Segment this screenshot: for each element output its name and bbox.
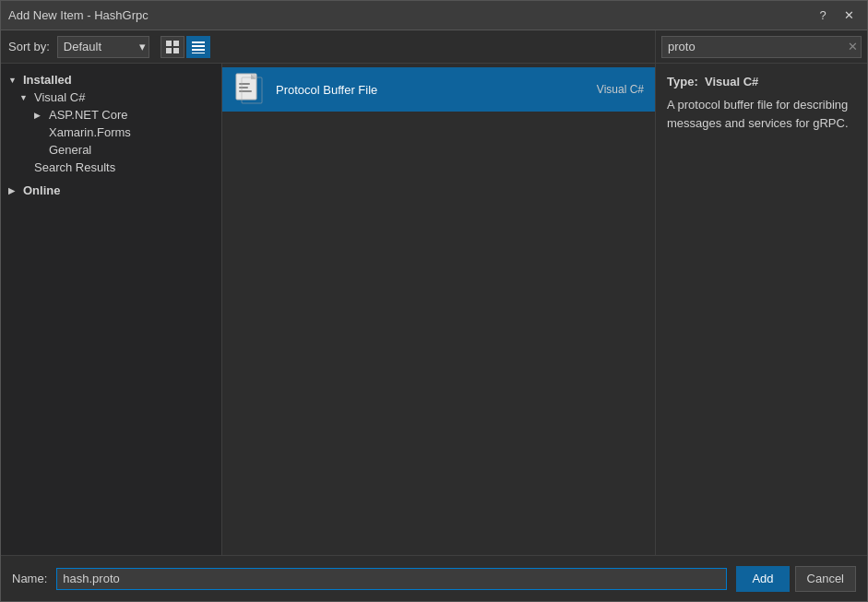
main-content: Installed Visual C# ASP.NET Core Xamarin…: [1, 64, 867, 555]
header-toolbar: Sort by: Default: [1, 30, 655, 63]
add-new-item-dialog: Add New Item - HashGrpc ? ✕ Sort by: Def…: [0, 0, 868, 602]
asp-net-core-arrow-icon: [34, 110, 45, 121]
svg-rect-13: [239, 90, 252, 92]
cancel-button[interactable]: Cancel: [795, 566, 856, 592]
view-buttons: [161, 36, 210, 58]
search-clear-button[interactable]: ✕: [848, 40, 858, 53]
search-area: ✕: [655, 30, 867, 63]
installed-label: Installed: [23, 73, 72, 87]
action-buttons: Add Cancel: [736, 566, 856, 592]
search-input[interactable]: [661, 36, 862, 58]
xamarin-forms-label: Xamarin.Forms: [49, 125, 131, 139]
list-item[interactable]: Protocol Buffer File Visual C#: [222, 67, 655, 112]
tree-online[interactable]: Online: [1, 182, 221, 199]
middle-panel: Protocol Buffer File Visual C#: [222, 64, 655, 555]
close-button[interactable]: ✕: [838, 6, 860, 25]
online-arrow-icon: [8, 185, 19, 196]
svg-rect-2: [166, 48, 172, 53]
search-results-label: Search Results: [34, 160, 115, 174]
item-name: Protocol Buffer File: [276, 83, 588, 97]
name-label: Name:: [12, 572, 47, 585]
list-view-button[interactable]: [186, 36, 210, 58]
visual-csharp-arrow-icon: [19, 92, 30, 103]
tree-installed[interactable]: Installed: [1, 71, 221, 89]
help-button[interactable]: ?: [812, 6, 834, 25]
detail-type: Type: Visual C#: [667, 75, 856, 89]
title-bar-controls: ? ✕: [812, 6, 860, 25]
svg-rect-1: [173, 41, 179, 46]
type-label: Type:: [667, 75, 698, 89]
sort-label: Sort by:: [8, 40, 50, 53]
asp-net-core-label: ASP.NET Core: [49, 108, 128, 122]
general-label: General: [49, 143, 91, 157]
item-tag: Visual C#: [597, 83, 644, 96]
svg-rect-11: [239, 83, 250, 85]
tree-search-results[interactable]: Search Results: [1, 159, 221, 176]
svg-rect-12: [239, 87, 248, 89]
svg-rect-0: [166, 41, 172, 46]
svg-rect-7: [192, 53, 205, 53]
left-panel-tree: Installed Visual C# ASP.NET Core Xamarin…: [1, 64, 222, 555]
tree-asp-net-core[interactable]: ASP.NET Core: [1, 106, 221, 124]
header-row: Sort by: Default: [1, 30, 867, 64]
grid-view-button[interactable]: [161, 36, 184, 58]
svg-rect-3: [173, 48, 179, 53]
sort-select[interactable]: Default: [57, 36, 149, 58]
visual-csharp-label: Visual C#: [34, 90, 85, 104]
svg-rect-6: [192, 49, 205, 51]
title-bar: Add New Item - HashGrpc ? ✕: [1, 1, 867, 30]
svg-rect-4: [192, 41, 205, 43]
right-panel: Type: Visual C# A protocol buffer file f…: [655, 64, 867, 555]
tree-visual-csharp[interactable]: Visual C#: [1, 89, 221, 106]
tree-xamarin-forms[interactable]: Xamarin.Forms: [1, 124, 221, 141]
proto-file-icon: [233, 73, 267, 106]
tree-general[interactable]: General: [1, 141, 221, 159]
add-button[interactable]: Add: [736, 566, 789, 592]
name-input[interactable]: [56, 568, 727, 590]
type-value: Visual C#: [705, 75, 758, 89]
dialog-title: Add New Item - HashGrpc: [8, 8, 149, 22]
installed-arrow-icon: [8, 75, 19, 86]
online-label: Online: [23, 183, 60, 197]
svg-rect-5: [192, 45, 205, 47]
bottom-bar: Name: Add Cancel: [1, 555, 867, 601]
item-list: Protocol Buffer File Visual C#: [222, 64, 655, 555]
detail-description: A protocol buffer file for describing me…: [667, 96, 856, 132]
sort-select-wrapper: Default: [57, 36, 149, 58]
